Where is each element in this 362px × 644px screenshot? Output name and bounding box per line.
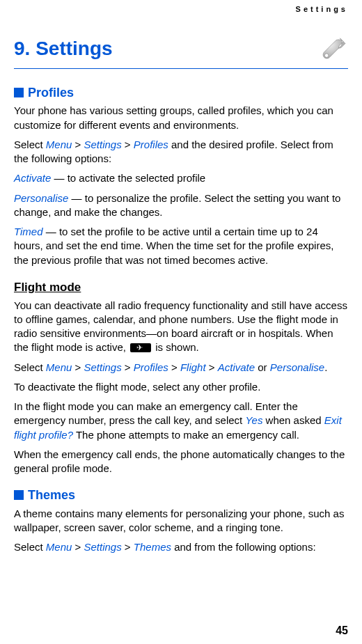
or-text: or [255,361,270,373]
settings-link: Settings [84,139,122,150]
yes-label: Yes [245,414,262,426]
timed-text: — to set the profile to be active until … [14,226,333,266]
activate-text: — to activate the selected profile [51,172,205,184]
flight-nav: Select Menu > Settings > Profiles > Flig… [14,361,348,375]
flight-link: Flight [180,361,209,373]
themes-nav: Select Menu > Settings > Themes and from… [14,540,348,554]
profiles-link: Profiles [134,139,168,150]
text: Select [14,541,46,553]
activate-link: Activate [218,361,255,373]
flight-after-call: When the emergency call ends, the phone … [14,448,348,476]
text: Select [14,139,46,150]
text: and from the following options: [171,541,316,553]
gt: > [122,541,134,553]
period: . [324,361,327,373]
section-heading-profiles: Profiles [14,84,348,101]
gt: > [72,139,84,150]
menu-link: Menu [46,541,72,553]
square-bullet-icon [14,490,24,500]
gt: > [72,361,84,373]
settings-link: Settings [84,541,122,553]
page-number: 45 [336,623,348,638]
chapter-name: Settings [36,38,112,59]
chapter-number: 9. [14,38,30,59]
emergency-3: The phone attempts to make an emergency … [73,429,299,441]
profiles-nav: Select Menu > Settings > Profiles and th… [14,138,348,166]
gt: > [209,361,218,373]
plane-icon [130,343,151,352]
emergency-2: when asked [262,414,324,426]
option-timed: Timed — to set the profile to be active … [14,225,348,267]
chapter-underline [14,68,348,69]
gt: > [122,361,134,373]
timed-label: Timed [14,226,43,237]
wrench-icon [316,33,347,64]
flight-deactivate: To deactivate the flight mode, select an… [14,380,348,394]
profiles-heading-text: Profiles [28,86,74,100]
chapter-row: 9. Settings [14,33,348,64]
chapter-title: 9. Settings [14,36,113,62]
sub-heading-flight: Flight mode [14,280,348,296]
activate-label: Activate [14,172,51,184]
personalise-label: Personalise [14,192,68,204]
personalise-link: Personalise [270,361,324,373]
themes-intro: A theme contains many elements for perso… [14,507,348,535]
themes-link: Themes [134,541,171,553]
section-heading-themes: Themes [14,487,348,503]
square-bullet-icon [14,88,24,97]
themes-heading-text: Themes [28,488,75,502]
text: Select [14,361,46,373]
gt: > [122,139,134,150]
option-activate: Activate — to activate the selected prof… [14,171,348,185]
menu-link: Menu [46,361,72,373]
flight-intro-2: is shown. [152,341,199,353]
gt: > [168,361,180,373]
gt: > [72,541,84,553]
profiles-link: Profiles [134,361,168,373]
option-personalise: Personalise — to personalize the profile… [14,191,348,220]
menu-link: Menu [46,139,72,150]
settings-link: Settings [84,361,122,373]
profiles-intro: Your phone has various setting groups, c… [14,104,348,132]
flight-emergency: In the flight mode you can make an emerg… [14,400,348,442]
running-header: Settings [296,4,348,15]
flight-intro: You can deactivate all radio frequency f… [14,299,348,355]
